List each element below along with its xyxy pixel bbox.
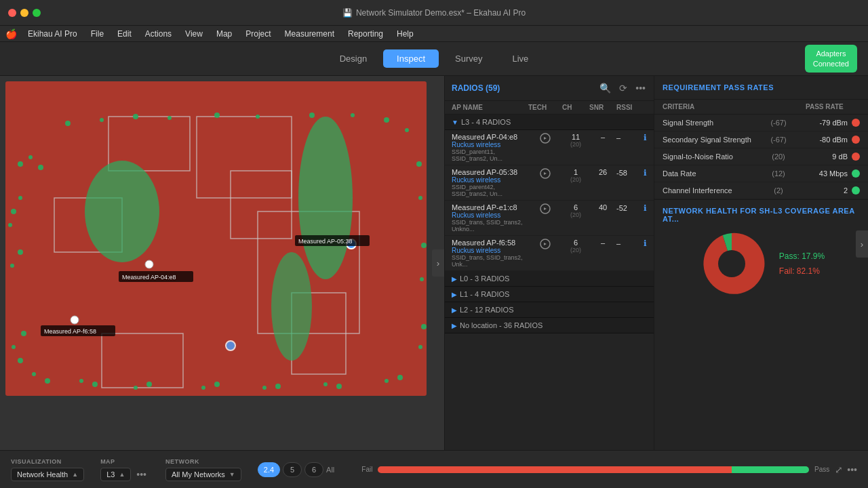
pass-status-icon bbox=[852, 169, 860, 178]
fail-label: Fail: 82.1% bbox=[779, 266, 825, 276]
svg-point-69 bbox=[718, 250, 745, 277]
menu-reporting[interactable]: Reporting bbox=[342, 28, 389, 40]
req-row-snr[interactable]: Signal-to-Noise Ratio (20) 9 dB bbox=[654, 148, 868, 165]
group-no-location[interactable]: ▶ No location - 36 RADIOS bbox=[445, 318, 654, 333]
map-control: L3 ▲ ••• bbox=[100, 468, 149, 481]
svg-point-39 bbox=[421, 243, 427, 248]
map-value: L3 bbox=[106, 470, 115, 479]
menu-help[interactable]: Help bbox=[391, 28, 419, 40]
close-button[interactable] bbox=[8, 9, 16, 17]
table-row[interactable]: Measured AP-f6:58 Ruckus wireless SSID_t… bbox=[445, 236, 654, 271]
menu-ekihau[interactable]: Ekihau AI Pro bbox=[22, 28, 83, 40]
svg-point-21 bbox=[18, 358, 23, 363]
ap-info-button[interactable]: ℹ bbox=[644, 203, 647, 213]
map-label: MAP bbox=[100, 458, 149, 465]
frequency-buttons: 2.4 5 6 All bbox=[258, 462, 335, 477]
table-row[interactable]: Measured AP-e1:c8 Ruckus wireless SSID_t… bbox=[445, 201, 654, 236]
minimize-button[interactable] bbox=[20, 9, 28, 17]
freq-btn-6[interactable]: 6 bbox=[304, 462, 323, 477]
pass-fail-actions: ⤢ ••• bbox=[835, 464, 857, 475]
tab-survey[interactable]: Survey bbox=[441, 49, 496, 68]
tab-design[interactable]: Design bbox=[326, 49, 380, 68]
search-button[interactable]: 🔍 bbox=[598, 81, 612, 95]
ap-name: Measured AP-e1:c8 bbox=[452, 203, 528, 211]
req-value-secondary: -80 dBm bbox=[819, 136, 848, 144]
ap-info-button[interactable]: ℹ bbox=[644, 133, 647, 142]
svg-point-40 bbox=[418, 196, 422, 200]
map-options-button[interactable]: ••• bbox=[134, 468, 149, 481]
visualization-label: VISUALIZATION bbox=[11, 458, 84, 465]
window-controls[interactable] bbox=[0, 9, 41, 17]
req-col-headers: CRITERIA PASS RATE bbox=[654, 100, 868, 115]
req-threshold-datarate: (12) bbox=[751, 169, 806, 178]
visualization-dropdown[interactable]: Network Health ▲ bbox=[11, 468, 84, 481]
expand-icon-button[interactable]: ⤢ bbox=[835, 464, 843, 475]
req-criteria-snr: Signal-to-Noise Ratio bbox=[663, 152, 751, 161]
table-row[interactable]: Measured AP-04:e8 Ruckus wireless SSID_p… bbox=[445, 130, 654, 165]
group-l0[interactable]: ▶ L0 - 3 RADIOS bbox=[445, 271, 654, 287]
tab-inspect[interactable]: Inspect bbox=[383, 49, 439, 68]
req-value-channel: 2 bbox=[844, 186, 848, 195]
ap-ch: 6 bbox=[562, 203, 589, 211]
freq-btn-24[interactable]: 2.4 bbox=[258, 462, 280, 477]
req-threshold-secondary: (-67) bbox=[751, 136, 806, 144]
refresh-button[interactable]: ⟳ bbox=[618, 81, 629, 95]
req-row-signal-strength[interactable]: Signal Strength (-67) -79 dBm bbox=[654, 115, 868, 131]
svg-point-52 bbox=[145, 260, 153, 268]
map-dropdown[interactable]: L3 ▲ bbox=[100, 468, 131, 481]
svg-point-36 bbox=[418, 345, 422, 349]
svg-point-23 bbox=[45, 378, 50, 384]
ap-snr: 26 bbox=[589, 168, 616, 176]
map-panel[interactable]: Measured AP-04:e8 Measured AP-05:38 Meas… bbox=[0, 76, 444, 450]
svg-point-25 bbox=[92, 382, 98, 387]
ap-vendor: Ruckus wireless bbox=[452, 141, 528, 148]
maximize-button[interactable] bbox=[33, 9, 41, 17]
req-row-secondary-signal[interactable]: Secondary Signal Strength (-67) -80 dBm bbox=[654, 131, 868, 148]
apple-menu-icon[interactable]: 🍎 bbox=[5, 28, 17, 39]
menu-edit[interactable]: Edit bbox=[112, 28, 137, 40]
floor-map[interactable]: Measured AP-04:e8 Measured AP-05:38 Meas… bbox=[0, 76, 444, 450]
tab-live[interactable]: Live bbox=[499, 49, 542, 68]
req-row-channel-interference[interactable]: Channel Interference (2) 2 bbox=[654, 182, 868, 199]
network-dropdown[interactable]: All My Networks ▼ bbox=[165, 468, 241, 481]
right-expand-button[interactable]: › bbox=[856, 230, 868, 258]
network-health-title: NETWORK HEALTH FOR SH-L3 COVERAGE AREA A… bbox=[663, 207, 860, 223]
more-options-button[interactable]: ••• bbox=[634, 81, 647, 95]
toolbar-tabs: Design Inspect Survey Live bbox=[326, 49, 542, 68]
ap-info-button[interactable]: ℹ bbox=[644, 239, 647, 248]
chevron-right-icon: › bbox=[437, 258, 439, 268]
chevron-down-icon: ▲ bbox=[72, 471, 78, 478]
ap-info-button[interactable]: ℹ bbox=[644, 168, 647, 178]
group-l1[interactable]: ▶ L1 - 4 RADIOS bbox=[445, 287, 654, 302]
svg-point-33 bbox=[336, 384, 342, 389]
visualization-group: VISUALIZATION Network Health ▲ bbox=[11, 458, 84, 481]
expand-triangle-icon: ▶ bbox=[452, 306, 457, 314]
group-l1-label: L1 - 4 RADIOS bbox=[460, 290, 509, 298]
menu-view[interactable]: View bbox=[180, 28, 208, 40]
adapters-button[interactable]: AdaptersConnected bbox=[805, 45, 857, 73]
svg-point-38 bbox=[420, 277, 424, 281]
menu-measurement[interactable]: Measurement bbox=[279, 28, 340, 40]
freq-btn-all[interactable]: All bbox=[326, 466, 334, 474]
req-criteria-datarate: Data Rate bbox=[663, 169, 751, 178]
ap-tech bbox=[528, 133, 562, 144]
group-l2[interactable]: ▶ L2 - 12 RADIOS bbox=[445, 302, 654, 318]
fail-status-icon bbox=[852, 136, 860, 144]
group-l3[interactable]: ▼ L3 - 4 RADIOS bbox=[445, 115, 654, 130]
svg-point-19 bbox=[21, 331, 26, 336]
svg-point-32 bbox=[323, 382, 328, 386]
menu-actions[interactable]: Actions bbox=[140, 28, 177, 40]
req-row-data-rate[interactable]: Data Rate (12) 43 Mbps bbox=[654, 165, 868, 182]
svg-point-26 bbox=[134, 386, 138, 390]
more-options-bottom-button[interactable]: ••• bbox=[847, 464, 857, 475]
ap-name: Measured AP-04:e8 bbox=[452, 133, 528, 141]
menu-map[interactable]: Map bbox=[211, 28, 237, 40]
svg-point-41 bbox=[416, 161, 422, 167]
svg-point-20 bbox=[12, 345, 16, 349]
freq-btn-5[interactable]: 5 bbox=[283, 462, 302, 477]
svg-point-11 bbox=[18, 161, 23, 167]
menu-project[interactable]: Project bbox=[240, 28, 276, 40]
table-row[interactable]: Measured AP-05:38 Ruckus wireless SSID_p… bbox=[445, 165, 654, 201]
map-expand-button[interactable]: › bbox=[432, 249, 444, 277]
menu-file[interactable]: File bbox=[85, 28, 109, 40]
